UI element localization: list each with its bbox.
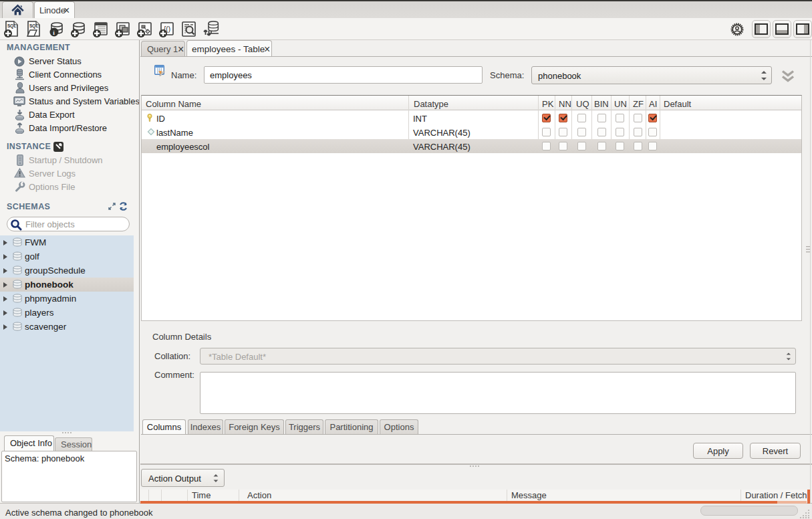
svg-text:SQL: SQL (29, 23, 38, 29)
svg-text:SQL: SQL (7, 23, 16, 29)
